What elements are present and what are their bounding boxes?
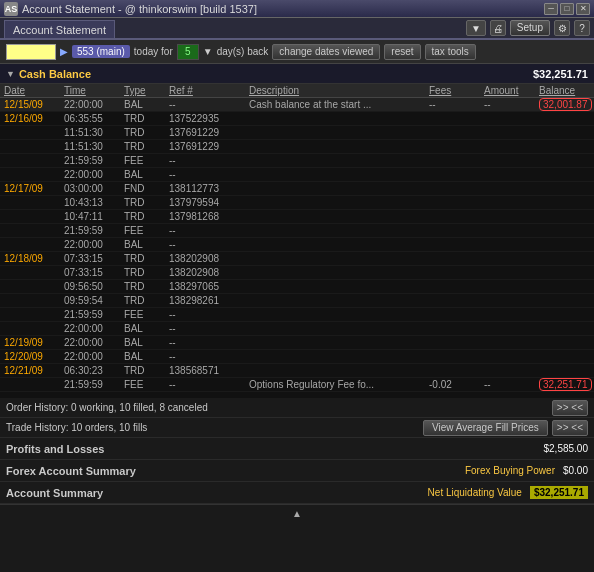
tab-account-statement[interactable]: Account Statement (4, 20, 115, 38)
bottom-arrow-row: ▲ (0, 504, 594, 522)
table-row[interactable]: 21:59:59FEE-- (0, 154, 594, 168)
tab-bar: Account Statement ▼ 🖨 Setup ⚙ ? (0, 18, 594, 40)
forex-row: Forex Account Summary Forex Buying Power… (0, 460, 594, 482)
change-dates-button[interactable]: change dates viewed (272, 44, 380, 60)
table-row[interactable]: 22:00:00BAL-- (0, 322, 594, 336)
forex-buying-power-value: $0.00 (563, 465, 588, 476)
window-controls: ─ □ ✕ (544, 3, 590, 15)
table-row[interactable]: 12/19/0922:00:00BAL-- (0, 336, 594, 350)
settings-icon[interactable]: ⚙ (554, 20, 570, 36)
table-row[interactable]: 22:00:00BAL-- (0, 238, 594, 252)
maximize-button[interactable]: □ (560, 3, 574, 15)
days-input[interactable] (177, 44, 199, 60)
cash-balance-label: Cash Balance (19, 68, 91, 80)
table-row[interactable]: 12/20/0922:00:00BAL-- (0, 350, 594, 364)
col-date: Date (4, 85, 64, 96)
profits-row: Profits and Losses $2,585.00 (0, 438, 594, 460)
today-label: today for (134, 46, 173, 57)
table-row[interactable]: 11:51:30TRD137691229 (0, 140, 594, 154)
forex-buying-power-label: Forex Buying Power (465, 465, 555, 476)
col-fees: Fees (429, 85, 484, 96)
table-row[interactable]: 22:00:00BAL-- (0, 168, 594, 182)
arrow-icon: ▶ (60, 46, 68, 57)
col-type: Type (124, 85, 169, 96)
profits-label: Profits and Losses (6, 443, 104, 455)
table-row[interactable]: 12/17/0903:00:00FND138112773 (0, 182, 594, 196)
account-badge: 553 (main) (72, 45, 130, 58)
scroll-up-icon[interactable]: ▲ (292, 508, 302, 519)
table-row[interactable]: 12/18/0907:33:15TRD138202908 (0, 252, 594, 266)
table-row[interactable]: 10:43:13TRD137979594 (0, 196, 594, 210)
table-row[interactable]: 12/21/0906:30:23TRD138568571 (0, 364, 594, 378)
account-summary-label: Account Summary (6, 487, 103, 499)
profits-value: $2,585.00 (544, 443, 589, 454)
table-row[interactable]: 11:51:30TRD137691229 (0, 126, 594, 140)
table-row[interactable]: 12/16/0906:35:55TRD137522935 (0, 112, 594, 126)
print-button[interactable]: 🖨 (490, 20, 506, 36)
minimize-button[interactable]: ─ (544, 3, 558, 15)
order-history-row: Order History: 0 working, 10 filled, 8 c… (0, 398, 594, 418)
tab-right-controls: ▼ 🖨 Setup ⚙ ? (466, 20, 594, 38)
col-description: Description (249, 85, 429, 96)
view-avg-fill-button[interactable]: View Average Fill Prices (423, 420, 548, 436)
table-row[interactable]: 21:59:59FEE--Options Regulatory Fee fo..… (0, 378, 594, 392)
col-time: Time (64, 85, 124, 96)
trade-history-label: Trade History: 10 orders, 10 fills (6, 422, 147, 433)
tab-dropdown-button[interactable]: ▼ (466, 20, 486, 36)
order-history-nav-button[interactable]: >> << (552, 400, 588, 416)
table-row[interactable]: 07:33:15TRD138202908 (0, 266, 594, 280)
order-history-label: Order History: 0 working, 10 filled, 8 c… (6, 402, 208, 413)
days-dropdown[interactable]: ▼ (203, 46, 213, 57)
close-button[interactable]: ✕ (576, 3, 590, 15)
table-row[interactable]: 21:59:59FEE-- (0, 308, 594, 322)
net-liq-value: $32,251.71 (530, 486, 588, 499)
title-text: Account Statement - @ thinkorswim [build… (22, 3, 544, 15)
reset-button[interactable]: reset (384, 44, 420, 60)
trade-history-row: Trade History: 10 orders, 10 fills View … (0, 418, 594, 438)
transaction-table: 12/15/0922:00:00BAL--Cash balance at the… (0, 98, 594, 398)
col-balance: Balance (539, 85, 594, 96)
table-row[interactable]: 12/15/0922:00:00BAL--Cash balance at the… (0, 98, 594, 112)
forex-label: Forex Account Summary (6, 465, 136, 477)
account-select[interactable] (6, 44, 56, 60)
net-liq-label: Net Liquidating Value (428, 487, 522, 498)
tax-tools-button[interactable]: tax tools (425, 44, 476, 60)
table-row[interactable]: 10:47:11TRD137981268 (0, 210, 594, 224)
trade-history-nav-button[interactable]: >> << (552, 420, 588, 436)
toolbar: ▶ 553 (main) today for ▼ day(s) back cha… (0, 40, 594, 64)
table-row[interactable]: 09:56:50TRD138297065 (0, 280, 594, 294)
help-icon[interactable]: ? (574, 20, 590, 36)
col-amount: Amount (484, 85, 539, 96)
title-bar: AS Account Statement - @ thinkorswim [bu… (0, 0, 594, 18)
setup-button[interactable]: Setup (510, 20, 550, 36)
collapse-triangle[interactable]: ▼ (6, 69, 15, 79)
days-suffix: day(s) back (217, 46, 269, 57)
table-row[interactable]: 21:59:59FEE-- (0, 224, 594, 238)
account-summary-row: Account Summary Net Liquidating Value $3… (0, 482, 594, 504)
cash-balance-header: ▼ Cash Balance $32,251.71 (0, 64, 594, 84)
app-icon: AS (4, 2, 18, 16)
table-row[interactable]: 09:59:54TRD138298261 (0, 294, 594, 308)
table-header: Date Time Type Ref # Description Fees Am… (0, 84, 594, 98)
col-ref: Ref # (169, 85, 249, 96)
cash-balance-total: $32,251.71 (533, 68, 588, 80)
